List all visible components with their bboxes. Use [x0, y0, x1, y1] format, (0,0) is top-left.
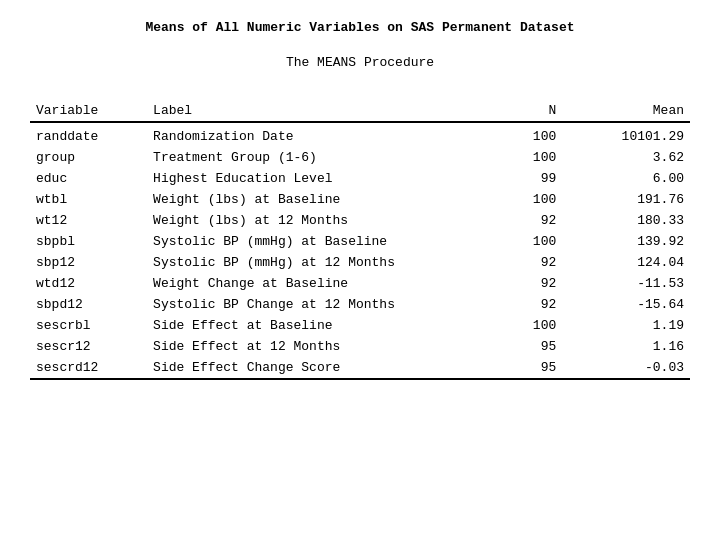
- table-row: sbpd12Systolic BP Change at 12 Months92-…: [30, 294, 690, 315]
- cell-label: Side Effect at Baseline: [147, 315, 477, 336]
- cell-n: 100: [477, 126, 562, 147]
- cell-n: 99: [477, 168, 562, 189]
- cell-mean: 139.92: [562, 231, 690, 252]
- cell-label: Weight Change at Baseline: [147, 273, 477, 294]
- cell-mean: 6.00: [562, 168, 690, 189]
- table-row: groupTreatment Group (1-6)1003.62: [30, 147, 690, 168]
- cell-n: 95: [477, 357, 562, 379]
- table-row: wt12Weight (lbs) at 12 Months92180.33: [30, 210, 690, 231]
- cell-n: 100: [477, 231, 562, 252]
- cell-mean: -15.64: [562, 294, 690, 315]
- cell-label: Systolic BP (mmHg) at 12 Months: [147, 252, 477, 273]
- header-label: Label: [147, 100, 477, 122]
- table-row: sbpblSystolic BP (mmHg) at Baseline10013…: [30, 231, 690, 252]
- cell-mean: 1.16: [562, 336, 690, 357]
- cell-variable: sescrbl: [30, 315, 147, 336]
- page-title: Means of All Numeric Variables on SAS Pe…: [30, 20, 690, 35]
- cell-mean: 1.19: [562, 315, 690, 336]
- cell-n: 100: [477, 147, 562, 168]
- cell-n: 92: [477, 273, 562, 294]
- table-row: sescrblSide Effect at Baseline1001.19: [30, 315, 690, 336]
- cell-n: 92: [477, 294, 562, 315]
- table-row: randdateRandomization Date10010101.29: [30, 126, 690, 147]
- cell-variable: sescr12: [30, 336, 147, 357]
- table-row: wtblWeight (lbs) at Baseline100191.76: [30, 189, 690, 210]
- cell-variable: sescrd12: [30, 357, 147, 379]
- cell-label: Weight (lbs) at Baseline: [147, 189, 477, 210]
- cell-label: Weight (lbs) at 12 Months: [147, 210, 477, 231]
- cell-n: 92: [477, 210, 562, 231]
- cell-label: Side Effect Change Score: [147, 357, 477, 379]
- header-mean: Mean: [562, 100, 690, 122]
- cell-mean: 3.62: [562, 147, 690, 168]
- cell-variable: educ: [30, 168, 147, 189]
- cell-mean: 180.33: [562, 210, 690, 231]
- table-row: educHighest Education Level996.00: [30, 168, 690, 189]
- cell-mean: 191.76: [562, 189, 690, 210]
- cell-n: 100: [477, 189, 562, 210]
- table-row: sescr12Side Effect at 12 Months951.16: [30, 336, 690, 357]
- cell-mean: -11.53: [562, 273, 690, 294]
- cell-mean: 124.04: [562, 252, 690, 273]
- table-header-row: Variable Label N Mean: [30, 100, 690, 122]
- header-variable: Variable: [30, 100, 147, 122]
- bottom-divider: [30, 379, 690, 383]
- cell-variable: sbpbl: [30, 231, 147, 252]
- procedure-title: The MEANS Procedure: [30, 55, 690, 70]
- cell-label: Randomization Date: [147, 126, 477, 147]
- cell-label: Highest Education Level: [147, 168, 477, 189]
- cell-mean: -0.03: [562, 357, 690, 379]
- table-row: sbp12Systolic BP (mmHg) at 12 Months9212…: [30, 252, 690, 273]
- cell-label: Systolic BP (mmHg) at Baseline: [147, 231, 477, 252]
- table-row: sescrd12Side Effect Change Score95-0.03: [30, 357, 690, 379]
- cell-variable: wtbl: [30, 189, 147, 210]
- cell-n: 100: [477, 315, 562, 336]
- cell-n: 95: [477, 336, 562, 357]
- cell-variable: sbp12: [30, 252, 147, 273]
- cell-variable: wt12: [30, 210, 147, 231]
- cell-variable: randdate: [30, 126, 147, 147]
- cell-variable: group: [30, 147, 147, 168]
- cell-label: Side Effect at 12 Months: [147, 336, 477, 357]
- cell-variable: wtd12: [30, 273, 147, 294]
- table-row: wtd12Weight Change at Baseline92-11.53: [30, 273, 690, 294]
- cell-mean: 10101.29: [562, 126, 690, 147]
- cell-label: Systolic BP Change at 12 Months: [147, 294, 477, 315]
- cell-label: Treatment Group (1-6): [147, 147, 477, 168]
- cell-variable: sbpd12: [30, 294, 147, 315]
- header-n: N: [477, 100, 562, 122]
- cell-n: 92: [477, 252, 562, 273]
- means-table: Variable Label N Mean randdateRandomizat…: [30, 100, 690, 383]
